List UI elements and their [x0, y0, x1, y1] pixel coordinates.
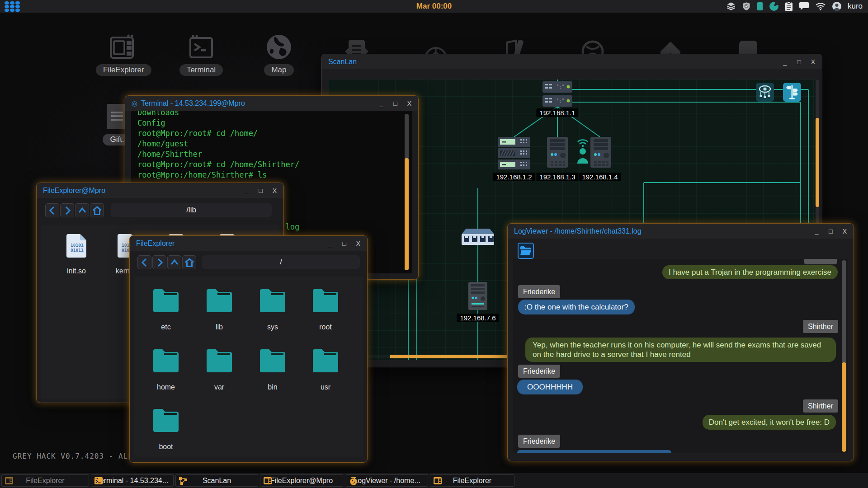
- logviewer-titlebar[interactable]: LogViewer - /home/Shirther/chat331.log: [508, 224, 854, 239]
- forward-button[interactable]: [60, 203, 74, 217]
- node-ip-label: 192.168.1.3: [536, 173, 578, 181]
- chat-icon[interactable]: [799, 2, 809, 11]
- taskbar-item-label: LogViewer - /home...: [346, 477, 428, 485]
- forward-button[interactable]: [152, 255, 166, 269]
- network-node-desktop-76[interactable]: [468, 282, 487, 312]
- terminal-scrollbar-thumb[interactable]: [405, 158, 409, 270]
- folder-item-sys[interactable]: sys: [250, 288, 295, 331]
- scanlan-titlebar[interactable]: ScanLan: [322, 54, 822, 69]
- window-controls: _ □ X: [378, 96, 413, 111]
- taskbar-item-terminal[interactable]: Terminal - 14.53.234...: [91, 474, 174, 487]
- folder-item-home[interactable]: home: [143, 348, 189, 391]
- folder-label: root: [303, 323, 348, 331]
- network-node-desktop-user[interactable]: [590, 137, 611, 169]
- folder-icon: [153, 288, 179, 312]
- minimize-button[interactable]: _: [327, 240, 334, 247]
- shield-check-icon[interactable]: [742, 1, 751, 11]
- folder-item-usr[interactable]: usr: [303, 348, 348, 391]
- map-globe-icon: [264, 33, 293, 61]
- desktop-icon-map[interactable]: Map: [252, 33, 306, 76]
- logviewer-window: LogViewer - /home/Shirther/chat331.log _…: [508, 224, 854, 461]
- network-node-router[interactable]: [542, 81, 572, 109]
- maximize-button[interactable]: □: [796, 58, 802, 66]
- taskbar-item-scanlan[interactable]: ScanLan: [175, 474, 258, 487]
- scan-network-button[interactable]: [756, 83, 774, 102]
- window-title: ScanLan: [328, 58, 357, 66]
- folder-label: sys: [250, 323, 295, 331]
- path-input[interactable]: /: [202, 255, 360, 269]
- folder-label: etc: [143, 323, 189, 331]
- up-button[interactable]: [167, 255, 181, 269]
- network-node-server[interactable]: [498, 137, 530, 171]
- minimize-button[interactable]: _: [813, 228, 820, 235]
- folder-icon: [207, 288, 232, 312]
- folder-item-bin[interactable]: bin: [250, 348, 295, 391]
- desktop-tower-icon: [468, 282, 487, 310]
- close-button[interactable]: X: [406, 100, 413, 107]
- home-button[interactable]: [182, 255, 196, 269]
- folder-item-etc[interactable]: etc: [143, 288, 189, 331]
- folder-item-boot[interactable]: boot: [143, 408, 189, 451]
- maximize-button[interactable]: □: [392, 100, 399, 107]
- home-button[interactable]: [90, 203, 104, 217]
- path-input[interactable]: /lib: [111, 203, 272, 217]
- chat-scrollbar-thumb[interactable]: [842, 362, 846, 452]
- chevron-up-icon: [170, 258, 179, 267]
- network-node-switch[interactable]: [462, 229, 494, 248]
- maximize-button[interactable]: □: [341, 240, 348, 247]
- file-item-init-so[interactable]: 10101 01011 init.so: [54, 234, 99, 275]
- folder-item-var[interactable]: var: [197, 348, 242, 391]
- author-badge: Friederike: [518, 365, 560, 378]
- back-button[interactable]: [137, 255, 151, 269]
- minimize-button[interactable]: _: [378, 100, 385, 107]
- desktop-tower-icon: [590, 137, 611, 168]
- taskbar-item-fileexplorer-2[interactable]: FileExplorer: [430, 474, 514, 487]
- chat-bubble-clipped: [517, 450, 671, 453]
- close-button[interactable]: X: [271, 187, 278, 194]
- close-button[interactable]: X: [355, 240, 362, 247]
- wifi-icon[interactable]: [815, 2, 826, 10]
- open-log-button[interactable]: [518, 243, 534, 259]
- minimize-button[interactable]: _: [782, 58, 788, 66]
- maximize-button[interactable]: □: [257, 187, 264, 194]
- folder-item-root[interactable]: root: [303, 288, 348, 331]
- minimize-button[interactable]: _: [243, 187, 250, 194]
- home-icon: [184, 258, 195, 267]
- network-node-desktop[interactable]: [547, 137, 568, 169]
- close-button[interactable]: X: [810, 58, 816, 66]
- close-button[interactable]: X: [841, 228, 848, 235]
- taskbar-item-logviewer[interactable]: LogViewer - /home...: [346, 474, 428, 487]
- fileexplorer-window: FileExplorer _ □ X / etc lib sys: [130, 236, 367, 462]
- folder-list-area[interactable]: etc lib sys root home var: [134, 277, 363, 457]
- desktop-icon-label: Terminal: [179, 64, 223, 76]
- desktop-tower-icon: [547, 137, 568, 168]
- terminal-titlebar[interactable]: ◎ Terminal - 14.53.234.199@Mpro: [125, 96, 418, 111]
- folder-label: home: [143, 383, 189, 391]
- taskbar-item-fileexplorer-mpro[interactable]: FileExplorer@Mpro: [260, 474, 343, 487]
- up-button[interactable]: [75, 203, 89, 217]
- folder-label: boot: [143, 443, 189, 451]
- home-icon: [92, 206, 103, 216]
- terminal-app-icon: ◎: [132, 99, 137, 108]
- chat-log-area[interactable]: I have put a Trojan in the programming e…: [513, 259, 848, 453]
- user-avatar-icon[interactable]: [832, 1, 842, 11]
- folder-item-lib[interactable]: lib: [197, 288, 242, 331]
- clipboard-icon[interactable]: [785, 1, 793, 11]
- maximize-button[interactable]: □: [827, 228, 834, 235]
- binary-file-icon: 10101 01011: [66, 234, 86, 258]
- taskbar-item-fileexplorer-1[interactable]: FileExplorer: [1, 474, 89, 487]
- username[interactable]: kuro: [848, 2, 863, 11]
- desktop-icon-label: FileExplorer: [96, 64, 151, 76]
- back-button[interactable]: [45, 203, 59, 217]
- desktop-icon-fileexplorer[interactable]: FileExplorer: [96, 33, 150, 76]
- battery-icon[interactable]: [757, 2, 763, 11]
- map-vscrollbar-thumb[interactable]: [816, 118, 819, 207]
- game-version-text: GREY HACK V0.7.4203 - ALPHA: [13, 452, 142, 460]
- desktop-icon-terminal[interactable]: Terminal: [174, 33, 228, 76]
- routes-button[interactable]: [783, 83, 801, 102]
- window-controls: _ □ X: [327, 236, 362, 251]
- file-label: init.so: [54, 267, 99, 275]
- window-title: FileExplorer@Mpro: [43, 187, 105, 195]
- layers-icon[interactable]: [726, 1, 736, 11]
- disk-usage-icon[interactable]: [769, 1, 779, 11]
